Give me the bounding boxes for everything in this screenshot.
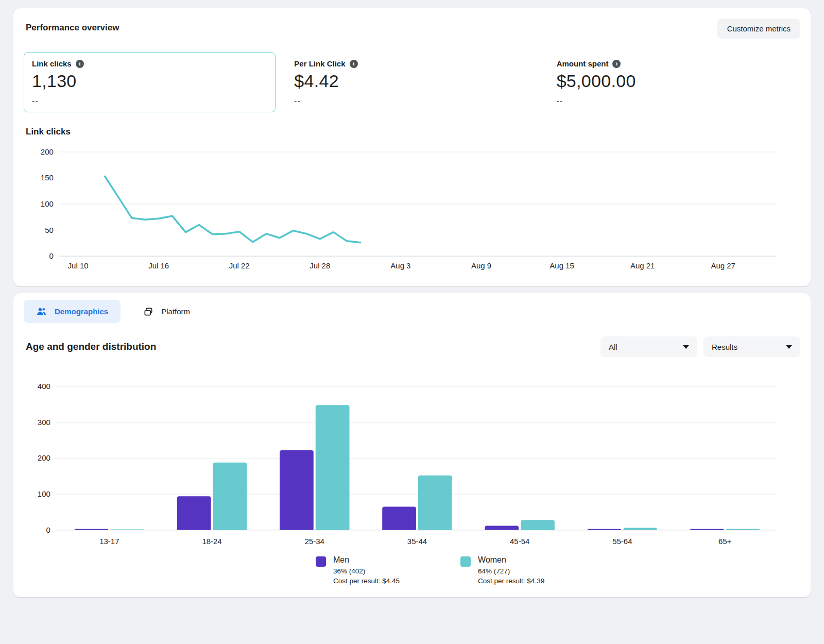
- legend-item-men: Men 36% (402) Cost per result: $4.45: [316, 555, 400, 585]
- metric-card-link-clicks[interactable]: Link clicks i 1,130 --: [24, 52, 276, 112]
- platform-icon: [143, 307, 153, 317]
- svg-text:100: 100: [41, 199, 54, 208]
- demographics-card: Demographics Platform Age and gender dis…: [13, 293, 811, 597]
- info-icon[interactable]: i: [350, 60, 358, 68]
- svg-text:50: 50: [45, 226, 54, 234]
- legend-share: 36% (402): [333, 567, 400, 575]
- svg-text:18-24: 18-24: [202, 537, 221, 546]
- svg-text:200: 200: [41, 147, 54, 156]
- svg-text:0: 0: [46, 526, 50, 534]
- performance-title: Performance overview: [26, 23, 119, 33]
- svg-text:150: 150: [41, 173, 54, 182]
- legend-label: Men: [333, 555, 400, 565]
- tab-demographics[interactable]: Demographics: [24, 300, 121, 323]
- metric-label: Per Link Click: [294, 59, 345, 68]
- legend-cost: Cost per result: $4.45: [333, 577, 400, 585]
- age-gender-bar-chart: 010020030040013-1718-2425-3435-4445-5455…: [24, 375, 800, 547]
- breakdown-tabs: Demographics Platform: [24, 300, 800, 323]
- men-swatch: [316, 556, 326, 567]
- age-gender-title: Age and gender distribution: [26, 341, 156, 352]
- bar-chart-wrap: 010020030040013-1718-2425-3435-4445-5455…: [24, 375, 800, 547]
- customize-metrics-button[interactable]: Customize metrics: [717, 19, 800, 39]
- metric-label-row: Link clicks i: [32, 59, 267, 68]
- women-swatch: [460, 556, 471, 567]
- dropdown-value: All: [609, 343, 617, 351]
- legend-item-women: Women 64% (727) Cost per result: $4.39: [460, 555, 544, 585]
- legend-cost: Cost per result: $4.39: [478, 577, 544, 585]
- link-clicks-line-chart: 050100150200Jul 10Jul 16Jul 22Jul 28Aug …: [24, 143, 800, 272]
- svg-text:25-34: 25-34: [305, 537, 324, 546]
- metric-label: Amount spent: [557, 59, 609, 68]
- info-icon[interactable]: i: [612, 60, 621, 68]
- metric-value: $4.42: [294, 71, 529, 91]
- people-icon: [36, 306, 47, 317]
- svg-text:35-44: 35-44: [407, 537, 427, 546]
- metric-value: $5,000.00: [557, 71, 792, 91]
- metric-label-row: Per Link Click i: [294, 59, 529, 68]
- svg-text:55-64: 55-64: [612, 537, 632, 546]
- svg-text:Jul 10: Jul 10: [68, 261, 89, 270]
- line-chart-title: Link clicks: [26, 127, 800, 137]
- svg-text:Aug 27: Aug 27: [711, 261, 735, 270]
- svg-text:400: 400: [38, 382, 50, 391]
- tab-platform[interactable]: Platform: [131, 300, 202, 323]
- svg-text:200: 200: [38, 453, 50, 462]
- svg-text:100: 100: [38, 489, 50, 498]
- svg-text:Jul 16: Jul 16: [148, 261, 169, 270]
- performance-header: Performance overview Customize metrics: [24, 19, 800, 39]
- svg-text:13-17: 13-17: [99, 537, 119, 546]
- metric-card-amount-spent[interactable]: Amount spent i $5,000.00 --: [548, 52, 800, 112]
- tab-label: Demographics: [55, 307, 108, 316]
- metric-card-per-link-click[interactable]: Per Link Click i $4.42 --: [286, 52, 538, 112]
- metrics-row: Link clicks i 1,130 -- Per Link Click i …: [24, 52, 800, 112]
- metric-label: Link clicks: [32, 59, 72, 68]
- metric-delta: --: [294, 96, 529, 105]
- performance-overview-card: Performance overview Customize metrics L…: [13, 8, 811, 286]
- metric-label-row: Amount spent i: [557, 59, 792, 68]
- metric-delta: --: [557, 96, 792, 105]
- svg-text:0: 0: [49, 251, 53, 260]
- metric-delta: --: [32, 96, 267, 105]
- svg-text:Aug 3: Aug 3: [390, 261, 410, 270]
- chart-filters: All Results: [600, 336, 800, 357]
- svg-text:65+: 65+: [718, 537, 731, 546]
- legend-label: Women: [478, 555, 544, 565]
- metric-filter-dropdown[interactable]: Results: [703, 336, 800, 357]
- metric-value: 1,130: [32, 71, 267, 91]
- breakdown-filter-dropdown[interactable]: All: [600, 336, 697, 357]
- age-gender-section-header: Age and gender distribution All Results: [24, 336, 800, 357]
- svg-text:Jul 28: Jul 28: [310, 261, 330, 270]
- legend-share: 64% (727): [478, 567, 544, 575]
- svg-text:45-54: 45-54: [510, 537, 529, 546]
- info-icon[interactable]: i: [76, 60, 84, 68]
- tab-label: Platform: [161, 307, 190, 316]
- svg-text:300: 300: [38, 418, 50, 427]
- svg-text:Aug 15: Aug 15: [550, 261, 574, 270]
- chart-legend: Men 36% (402) Cost per result: $4.45 Wom…: [316, 555, 800, 585]
- dropdown-value: Results: [712, 343, 737, 351]
- svg-text:Aug 21: Aug 21: [630, 261, 655, 270]
- svg-text:Aug 9: Aug 9: [471, 261, 491, 270]
- chevron-down-icon: [786, 345, 792, 349]
- chevron-down-icon: [683, 345, 689, 349]
- svg-text:Jul 22: Jul 22: [229, 261, 250, 270]
